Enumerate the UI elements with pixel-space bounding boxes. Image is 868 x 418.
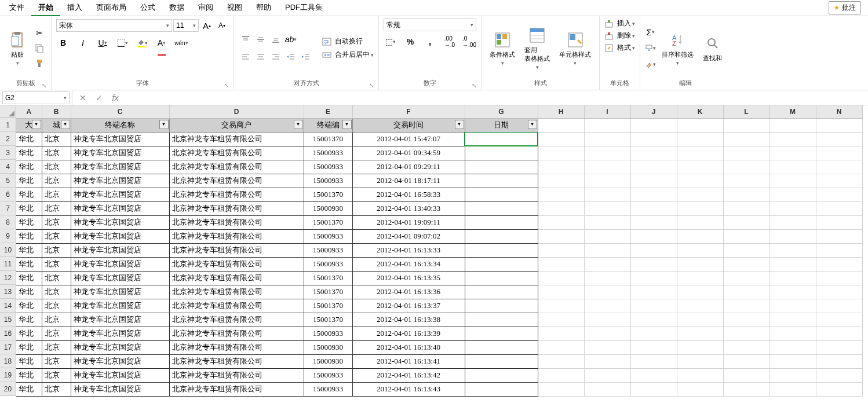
cell-C6[interactable]: 神龙专车北京国贸店 (71, 188, 169, 201)
row-header-15[interactable]: 15 (0, 313, 16, 327)
cell-G8[interactable] (465, 215, 538, 229)
cell-K19[interactable] (677, 368, 723, 382)
cell-E6[interactable]: 15001370 (304, 188, 352, 201)
cell-N1[interactable] (816, 118, 862, 132)
cell-E14[interactable]: 15001370 (304, 299, 352, 313)
filter-button-B[interactable]: ▼ (61, 120, 70, 129)
cell-D2[interactable]: 北京神龙专车租赁有限公司 (169, 132, 304, 146)
cell-G17[interactable] (465, 340, 538, 354)
cell-C11[interactable]: 神龙专车北京国贸店 (71, 257, 169, 271)
cell-L4[interactable] (723, 160, 769, 174)
menu-item-7[interactable]: 视图 (220, 0, 249, 16)
cell-A12[interactable]: 华北 (16, 271, 42, 285)
cell-A1[interactable]: 大▼ (16, 118, 42, 132)
row-header-9[interactable]: 9 (0, 229, 16, 243)
cell-J18[interactable] (630, 354, 677, 368)
sort-filter-button[interactable]: AZ排序和筛选▾ (658, 30, 697, 67)
cell-F15[interactable]: 2012-04-01 16:13:38 (352, 313, 465, 327)
cell-A15[interactable]: 华北 (16, 313, 42, 327)
format-painter-button[interactable] (32, 56, 46, 70)
filter-button-D[interactable]: ▼ (294, 120, 303, 129)
cell-N12[interactable] (816, 271, 862, 285)
cell-J19[interactable] (630, 368, 677, 382)
dialog-launcher-icon[interactable]: ⤡ (369, 82, 374, 89)
cell-L20[interactable] (723, 382, 769, 396)
cell-K1[interactable] (677, 118, 723, 132)
cell-M19[interactable] (769, 368, 816, 382)
cell-G14[interactable] (465, 299, 538, 313)
cell-B7[interactable]: 北京 (42, 201, 71, 215)
menu-item-3[interactable]: 页面布局 (89, 0, 133, 16)
row-header-10[interactable]: 10 (0, 243, 16, 257)
cell-E4[interactable]: 15000933 (304, 160, 352, 174)
cell-F19[interactable]: 2012-04-01 16:13:42 (352, 368, 465, 382)
cell-I1[interactable] (584, 118, 630, 132)
cell-F18[interactable]: 2012-04-01 16:13:41 (352, 354, 465, 368)
cell-M2[interactable] (769, 132, 816, 146)
cell-I7[interactable] (584, 201, 630, 215)
cell-H20[interactable] (538, 382, 584, 396)
cell-E18[interactable]: 15000930 (304, 354, 352, 368)
menu-item-5[interactable]: 数据 (162, 0, 191, 16)
cell-M18[interactable] (769, 354, 816, 368)
align-top-button[interactable] (239, 32, 253, 46)
menu-item-1[interactable]: 开始 (31, 0, 60, 16)
row-header-14[interactable]: 14 (0, 299, 16, 313)
cell-H4[interactable] (538, 160, 584, 174)
cell-N20[interactable] (816, 382, 862, 396)
cell-L7[interactable] (723, 201, 769, 215)
row-header-5[interactable]: 5 (0, 174, 16, 188)
increase-decimal-button[interactable]: .00→.0 (443, 35, 457, 49)
comma-button[interactable]: , (423, 35, 437, 49)
cell-E2[interactable]: 15001370 (304, 132, 352, 146)
cell-K10[interactable] (677, 243, 723, 257)
cell-K16[interactable] (677, 327, 723, 340)
merge-center-button[interactable]: 合并后居中 ▾ (322, 50, 374, 60)
cell-F11[interactable]: 2012-04-01 16:13:34 (352, 257, 465, 271)
cell-A20[interactable]: 华北 (16, 382, 42, 396)
cell-L1[interactable] (723, 118, 769, 132)
cell-M13[interactable] (769, 285, 816, 299)
cell-B19[interactable]: 北京 (42, 368, 71, 382)
cell-D17[interactable]: 北京神龙专车租赁有限公司 (169, 340, 304, 354)
row-header-13[interactable]: 13 (0, 285, 16, 299)
cell-N4[interactable] (816, 160, 862, 174)
row-header-12[interactable]: 12 (0, 271, 16, 285)
cell-K6[interactable] (677, 188, 723, 201)
wrap-text-button[interactable]: 自动换行 (322, 36, 374, 46)
cell-M4[interactable] (769, 160, 816, 174)
cell-M14[interactable] (769, 299, 816, 313)
cell-G5[interactable] (465, 174, 538, 188)
align-bottom-button[interactable] (269, 32, 283, 46)
find-select-button[interactable]: 查找和 (699, 33, 725, 64)
cell-E12[interactable]: 15001370 (304, 271, 352, 285)
cell-N18[interactable] (816, 354, 862, 368)
cell-B18[interactable]: 北京 (42, 354, 71, 368)
decrease-font-button[interactable]: A▾ (215, 19, 229, 32)
cell-L9[interactable] (723, 229, 769, 243)
cell-I16[interactable] (584, 327, 630, 340)
cell-C7[interactable]: 神龙专车北京国贸店 (71, 201, 169, 215)
cell-K8[interactable] (677, 215, 723, 229)
cell-J20[interactable] (630, 382, 677, 396)
cell-M1[interactable] (769, 118, 816, 132)
dialog-launcher-icon[interactable]: ⤡ (224, 82, 229, 89)
fill-color-button[interactable]: ▾ (135, 36, 149, 50)
cell-L3[interactable] (723, 146, 769, 160)
cell-D11[interactable]: 北京神龙专车租赁有限公司 (169, 257, 304, 271)
cell-E15[interactable]: 15001370 (304, 313, 352, 327)
cell-M20[interactable] (769, 382, 816, 396)
row-header-4[interactable]: 4 (0, 160, 16, 174)
cell-N8[interactable] (816, 215, 862, 229)
cell-A18[interactable]: 华北 (16, 354, 42, 368)
conditional-format-button[interactable]: 条件格式▾ (486, 30, 519, 67)
cell-C17[interactable]: 神龙专车北京国贸店 (71, 340, 169, 354)
cell-N17[interactable] (816, 340, 862, 354)
row-header-8[interactable]: 8 (0, 215, 16, 229)
column-header-E[interactable]: E (304, 105, 352, 118)
cell-A16[interactable]: 华北 (16, 327, 42, 340)
cell-M9[interactable] (769, 229, 816, 243)
cell-I2[interactable] (584, 132, 630, 146)
align-right-button[interactable] (269, 50, 283, 64)
cell-M5[interactable] (769, 174, 816, 188)
